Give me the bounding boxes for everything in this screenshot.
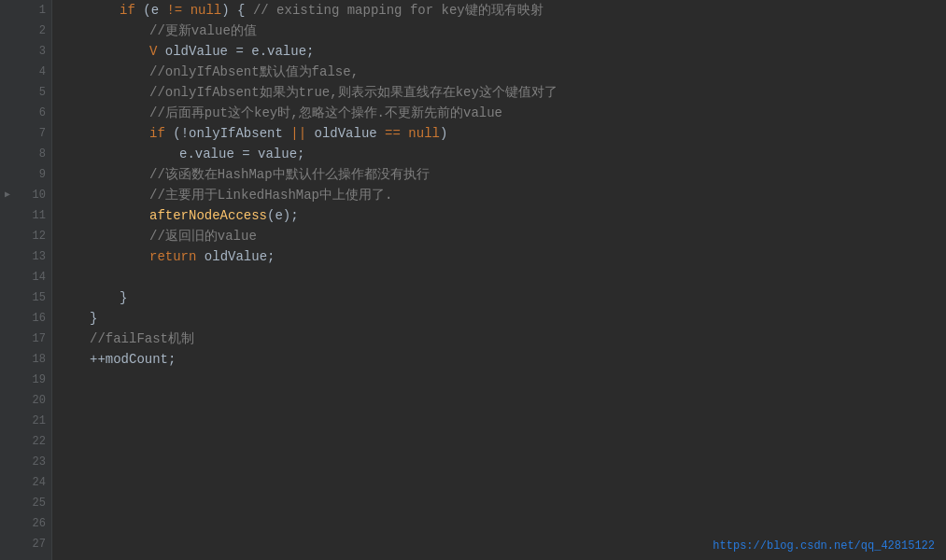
fold-marker <box>0 472 15 493</box>
watermark: https://blog.csdn.net/qq_42815122 <box>713 538 935 553</box>
fold-marker <box>0 41 15 62</box>
line-number: 18 <box>15 349 51 370</box>
code-line-6: //后面再put这个key时,忽略这个操作.不更新先前的value <box>60 103 939 123</box>
line-number: 15 <box>15 287 51 308</box>
fold-marker <box>0 349 15 370</box>
fold-marker <box>0 164 15 185</box>
code-line-13: return oldValue ; <box>60 246 939 267</box>
code-line-19 <box>60 370 939 390</box>
line-number: 5 <box>15 82 51 103</box>
keyword-if: if <box>120 0 135 21</box>
fold-marker <box>0 411 15 431</box>
line-numbers: 1 2 3 4 5 6 7 8 9 10 11 12 13 14 15 16 1… <box>15 0 52 560</box>
fold-marker <box>0 226 15 246</box>
code-line-17: //failFast机制 <box>60 329 939 349</box>
fold-marker <box>0 144 15 164</box>
line-number: 7 <box>15 123 51 144</box>
code-line-10: //主要用于LinkedHashMap中上使用了. <box>60 185 939 205</box>
code-line-15: } <box>60 287 939 308</box>
fold-marker <box>0 370 15 390</box>
line-number: 20 <box>15 390 51 411</box>
fold-marker <box>0 431 15 452</box>
fold-marker <box>0 267 15 287</box>
fold-marker <box>0 390 15 411</box>
fold-marker <box>0 287 15 308</box>
code-line-25 <box>60 493 939 513</box>
code-line-24 <box>60 472 939 493</box>
line-number: 16 <box>15 308 51 329</box>
line-number: 4 <box>15 62 51 82</box>
code-line-1: if ( e != null ) { // existing mapping f… <box>60 0 939 21</box>
fold-marker <box>0 452 15 472</box>
line-number: 22 <box>15 431 51 452</box>
code-line-8: e . value = value ; <box>60 144 939 164</box>
fold-marker <box>0 246 15 267</box>
code-line-26 <box>60 513 939 534</box>
line-number: 25 <box>15 493 51 513</box>
code-line-14 <box>60 267 939 287</box>
fold-marker <box>0 123 15 144</box>
line-number: 9 <box>15 164 51 185</box>
code-line-11: afterNodeAccess ( e ) ; <box>60 205 939 226</box>
code-line-23 <box>60 452 939 472</box>
fold-marker <box>0 21 15 41</box>
code-line-18: ++ modCount ; <box>60 349 939 370</box>
code-line-16: } <box>60 308 939 329</box>
fold-gutter: ▶ <box>0 0 15 560</box>
line-number: 19 <box>15 370 51 390</box>
fold-marker <box>0 534 15 554</box>
watermark-link: https://blog.csdn.net/qq_42815122 <box>713 539 935 553</box>
code-line-3: V oldValue = e . value ; <box>60 41 939 62</box>
line-number: 8 <box>15 144 51 164</box>
fold-marker <box>0 205 15 226</box>
code-editor: ▶ 1 2 3 4 5 6 7 8 9 10 11 12 13 14 15 16 <box>0 0 946 560</box>
code-line-2: //更新value的值 <box>60 21 939 41</box>
fold-marker <box>0 82 15 103</box>
line-number: 6 <box>15 103 51 123</box>
code-area[interactable]: if ( e != null ) { // existing mapping f… <box>52 0 946 560</box>
fold-marker <box>0 329 15 349</box>
line-number: 13 <box>15 246 51 267</box>
fold-marker <box>0 493 15 513</box>
code-line-5: //onlyIfAbsent如果为true,则表示如果直线存在key这个键值对了 <box>60 82 939 103</box>
line-number: 3 <box>15 41 51 62</box>
line-number: 21 <box>15 411 51 431</box>
line-number: 14 <box>15 267 51 287</box>
fold-marker <box>0 103 15 123</box>
fold-marker <box>0 0 15 21</box>
line-number: 2 <box>15 21 51 41</box>
line-number: 12 <box>15 226 51 246</box>
code-line-12: //返回旧的value <box>60 226 939 246</box>
fold-marker <box>0 308 15 329</box>
fold-marker <box>0 62 15 82</box>
line-number: 23 <box>15 452 51 472</box>
line-number: 17 <box>15 329 51 349</box>
line-number: 26 <box>15 513 51 534</box>
code-line-21 <box>60 411 939 431</box>
code-line-4: //onlyIfAbsent默认值为false, <box>60 62 939 82</box>
line-number: 24 <box>15 472 51 493</box>
line-number: 27 <box>15 534 51 554</box>
line-number: 11 <box>15 205 51 226</box>
code-line-7: if ( ! onlyIfAbsent || oldValue == null … <box>60 123 939 144</box>
line-number: 1 <box>15 0 51 21</box>
fold-marker: ▶ <box>0 185 15 205</box>
line-number: 10 <box>15 185 51 205</box>
fold-marker <box>0 513 15 534</box>
code-line-9: //该函数在HashMap中默认什么操作都没有执行 <box>60 164 939 185</box>
code-line-20 <box>60 390 939 411</box>
code-line-22 <box>60 431 939 452</box>
